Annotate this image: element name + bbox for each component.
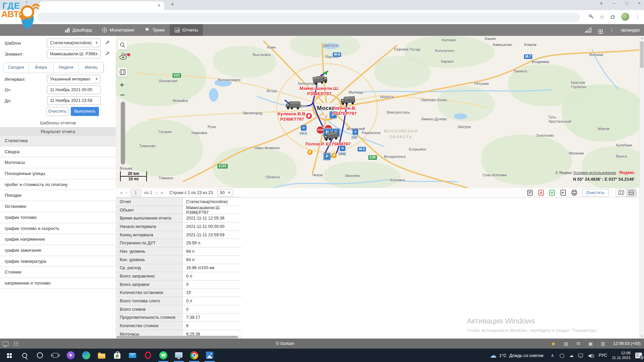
remote-app-icon[interactable] [171,349,186,362]
export-file-icon[interactable] [560,189,567,196]
split-view-button[interactable] [626,189,636,196]
report-section-item[interactable]: график топливо и скорость [0,223,116,234]
maximize-button[interactable]: □ [626,1,628,6]
onedrive-icon[interactable]: ☁ [569,353,574,358]
task-view-icon[interactable] [48,349,63,362]
mail-app-icon[interactable] [125,349,140,362]
content-vertical-scrollbar[interactable]: ▲ ▼ [639,36,644,339]
report-section-item[interactable]: Стоянки [0,267,116,278]
first-page-button[interactable]: « [118,190,124,195]
address-bar[interactable] [37,13,580,22]
last-page-button[interactable]: » [159,190,165,195]
to-date-input[interactable]: 11 Ноябрь 2021 23:59 [47,96,101,105]
nav-item-dashboard[interactable]: Дашборд [60,24,97,36]
table-horizontal-scrollbar[interactable] [116,336,241,339]
ruler-tool-icon[interactable] [585,27,592,33]
period-button[interactable]: Месяц [79,63,104,73]
export-pdf-icon[interactable] [538,189,544,196]
key-icon[interactable] [589,14,594,19]
report-template-icon[interactable] [527,189,533,196]
print-icon[interactable] [571,189,578,196]
period-button[interactable]: Сегодня [4,63,29,73]
vehicle-label[interactable]: Попов.Р. Е275КМ797 [306,141,351,147]
terms-link[interactable]: Условия использования [573,171,616,175]
opera-icon[interactable] [140,349,156,362]
report-section-item[interactable]: Остановки [0,201,116,212]
vehicle-label[interactable]: Тетенов.В.Р447ЕР797 [332,106,357,116]
volume-icon[interactable]: ◀)) [588,353,594,358]
from-date-input[interactable]: 11 Ноябрь 2021 00:00 [47,85,101,94]
close-button[interactable]: × [638,1,641,6]
clear-report-button[interactable]: Очистить [582,189,609,196]
extensions-icon[interactable] [610,14,615,19]
map-view-button[interactable] [616,189,626,196]
execute-report-button[interactable]: Выполнить [71,107,99,116]
taskbar-clock[interactable]: 12:06 11.11.2021 [612,351,631,360]
taskbar-search-icon[interactable] [17,349,32,362]
zoom-out-button[interactable]: − [120,90,125,100]
new-tab-button[interactable]: + [168,1,176,8]
apps-grid-icon[interactable] [598,29,599,31]
report-section-item[interactable]: напряжение и топливо [0,278,116,289]
report-section-item[interactable]: Поездки [0,190,116,201]
tray-expand-icon[interactable]: ∧ [550,353,555,358]
chrome-icon[interactable] [186,349,202,362]
report-section-item[interactable]: график температура [0,256,116,267]
export-excel-icon[interactable] [549,189,555,196]
report-section-item[interactable]: пробег и стоимость по платону [0,179,116,190]
ms-store-icon[interactable] [109,349,125,362]
scroll-up-icon[interactable]: ▲ [640,37,644,40]
parking-marker[interactable]: P [324,153,330,160]
zoom-slider[interactable] [121,102,125,165]
zoom-in-button[interactable]: + [120,81,124,89]
nav-item-reports[interactable]: Отчеты [170,24,203,36]
tab-search-icon[interactable]: ∨ [600,1,603,6]
mail-icon[interactable]: ✉ [576,341,580,346]
toll-marker[interactable]: ₽ [307,149,313,155]
report-panel-icon[interactable]: ▤ [564,341,568,346]
map-search-button[interactable] [118,41,127,50]
period-button[interactable]: Вчера [29,63,54,73]
vehicle-truck-marker[interactable] [285,100,301,112]
report-section-item[interactable]: Сводка [0,146,116,158]
edge-icon[interactable] [78,349,94,362]
start-button[interactable] [1,349,17,362]
report-section-item[interactable]: график топливо [0,212,116,223]
tab-close-icon[interactable]: × [158,3,160,8]
network-icon[interactable] [578,354,583,357]
clear-form-button[interactable]: Очистить [46,107,68,116]
template-settings-wrench-icon[interactable] [105,40,110,45]
browser-tab[interactable]: × [40,1,164,10]
favorites-star-icon[interactable]: ★ [551,341,556,347]
page-size-select[interactable]: 50▼ [218,189,233,196]
page-number-input[interactable]: 1 [130,189,141,196]
template-select[interactable]: Статистика(microline)▼ [47,39,101,47]
visibility-eye-icon[interactable] [119,55,127,60]
file-explorer-icon[interactable] [94,349,109,362]
photos-icon[interactable] [202,349,217,362]
period-button[interactable]: Неделя [54,63,79,73]
report-section-item[interactable]: Статистика [0,135,116,146]
browser-menu-icon[interactable]: ⋮ [635,14,640,20]
image-icon[interactable]: ▣ [588,341,593,346]
interval-select[interactable]: Указанный интервал▼ [47,75,101,83]
minimize-button[interactable]: – [613,1,615,6]
toll-marker[interactable]: ₽ [331,153,337,159]
report-section-item[interactable]: график зажигание [0,245,116,256]
bookmark-star-icon[interactable]: ☆ [600,14,604,20]
people-icon[interactable]: ◯ [559,353,565,358]
next-page-button[interactable]: › [154,190,159,195]
map-layers-button[interactable] [118,68,127,77]
account-name[interactable]: орландис [621,27,640,33]
prev-page-button[interactable]: ‹ [124,190,129,195]
keyboard-language[interactable]: РУС [599,353,607,358]
nav-item-monitoring[interactable]: Мониторинг [97,24,140,36]
report-section-item[interactable]: Моточасы [0,157,116,168]
notes-icon[interactable]: ▥ [601,341,605,346]
report-section-item[interactable]: Посещенные улицы [0,168,116,179]
cortana-icon[interactable] [32,349,48,362]
profile-avatar[interactable] [621,13,629,21]
whatsapp-icon[interactable]: ☎ [156,349,171,362]
weather-widget[interactable]: ☁ 1°C Дождь со снегом [490,352,543,359]
nav-menu-icon[interactable]: ⋮ [609,27,614,33]
